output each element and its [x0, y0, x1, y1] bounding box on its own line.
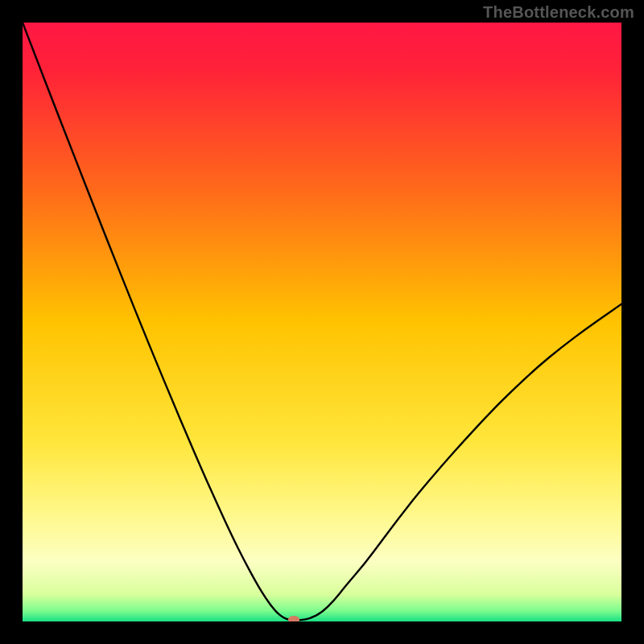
chart-container: TheBottleneck.com: [0, 0, 644, 644]
watermark-text: TheBottleneck.com: [483, 3, 634, 22]
plot-area: [23, 23, 621, 621]
chart-svg: [23, 23, 621, 621]
gradient-background: [23, 23, 621, 621]
